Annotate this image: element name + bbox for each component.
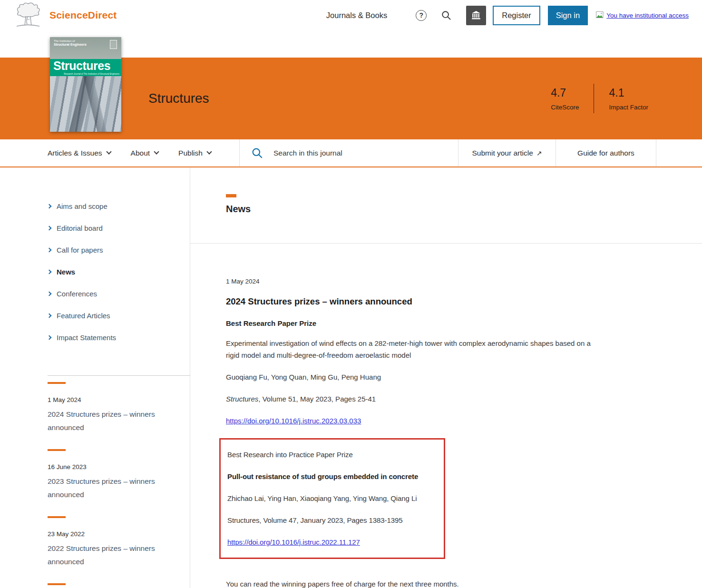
- chevron-down-icon: [106, 149, 111, 154]
- news-item-date: 1 May 2024: [48, 396, 190, 403]
- chevron-right-icon: [47, 335, 52, 340]
- submit-your-article-link[interactable]: Submit your article ↗: [458, 139, 556, 167]
- guide-for-authors-link[interactable]: Guide for authors: [556, 139, 656, 167]
- metrics-divider: [594, 84, 594, 113]
- nav-divider: [656, 139, 656, 167]
- elsevier-tree-logo: [14, 2, 42, 28]
- chevron-right-icon: [47, 269, 52, 274]
- institution-button[interactable]: [466, 6, 486, 25]
- chevron-down-icon: [206, 149, 212, 154]
- journals-books-link[interactable]: Journals & Books: [326, 11, 387, 20]
- chevron-down-icon: [154, 149, 159, 154]
- news-list-item[interactable]: 16 June 2023 2023 Structures prizes – wi…: [48, 449, 190, 501]
- highlighted-prize-box: Best Research into Practice Paper Prize …: [219, 438, 445, 559]
- chevron-right-icon: [47, 204, 52, 208]
- journal-search-input[interactable]: [273, 148, 429, 158]
- prize1-doi-link[interactable]: https://doi.org/10.1016/j.istruc.2023.03…: [226, 417, 361, 425]
- journal-search-box[interactable]: [240, 139, 458, 167]
- news-article: 1 May 2024 2024 Structures prizes – winn…: [190, 244, 702, 588]
- sidebar-news-list: 1 May 2024 2024 Structures prizes – winn…: [48, 375, 190, 585]
- sidebar-item-conferences[interactable]: Conferences: [0, 283, 190, 304]
- sciencedirect-logo[interactable]: ScienceDirect: [49, 10, 117, 21]
- prize2-source: Structures, Volume 47, January 2023, Pag…: [227, 514, 440, 526]
- page-title: News: [226, 204, 702, 215]
- chevron-right-icon: [47, 247, 52, 252]
- news-item-date: 23 May 2022: [48, 530, 190, 538]
- news-list-item[interactable]: 1 May 2024 2024 Structures prizes – winn…: [48, 382, 190, 434]
- cover-emblem-icon: [110, 40, 117, 49]
- news-item-title: 2023 Structures prizes – winners announc…: [48, 475, 166, 501]
- prize1-label: Best Research Paper Prize: [226, 319, 702, 327]
- impact-factor-value: 4.1: [609, 87, 648, 99]
- institutional-access-label: You have institutional access: [606, 12, 689, 19]
- help-icon: ?: [416, 10, 427, 21]
- search-icon: [251, 147, 263, 159]
- main-content: News 1 May 2024 2024 Structures prizes –…: [190, 167, 702, 588]
- journal-sidebar: Aims and scope Editorial board Call for …: [0, 167, 190, 588]
- chevron-right-icon: [47, 313, 52, 318]
- chevron-right-icon: [47, 291, 52, 296]
- external-link-arrow-icon: ↗: [536, 149, 542, 157]
- chevron-right-icon: [47, 225, 52, 230]
- orange-accent-bar: [48, 382, 66, 384]
- impact-factor-metric: 4.1 Impact Factor: [609, 87, 648, 111]
- journal-nav: Articles & Issues About Publish Submit y…: [0, 139, 702, 167]
- news-list-item[interactable]: 23 May 2022 2022 Structures prizes – win…: [48, 516, 190, 568]
- help-button[interactable]: ?: [416, 10, 427, 21]
- sidebar-item-featured-articles[interactable]: Featured Articles: [0, 304, 190, 326]
- orange-accent-dash: [226, 194, 236, 197]
- nav-articles-issues[interactable]: Articles & Issues: [48, 149, 111, 157]
- news-item-title: 2024 Structures prizes – winners announc…: [48, 408, 166, 434]
- cover-building-art: [50, 76, 121, 132]
- news-item-date: 16 June 2023: [48, 463, 190, 470]
- register-button[interactable]: Register: [493, 6, 540, 25]
- broken-image-icon: [596, 11, 605, 19]
- prize2-label: Best Research into Practice Paper Prize: [227, 449, 440, 461]
- prize2-authors: Zhichao Lai, Ying Han, Xiaoqiang Yang, Y…: [227, 492, 440, 504]
- search-icon: [441, 10, 452, 21]
- citescore-value: 4.7: [551, 87, 579, 99]
- sidebar-item-call-for-papers[interactable]: Call for papers: [0, 239, 190, 261]
- orange-accent-bar: [48, 449, 66, 451]
- prize1-authors: Guoqiang Fu, Yong Quan, Ming Gu, Peng Hu…: [226, 371, 602, 383]
- institutional-access-link[interactable]: You have institutional access: [596, 11, 689, 19]
- prize1-source: Structures, Volume 51, May 2023, Pages 2…: [226, 393, 602, 405]
- header-search-button[interactable]: [441, 10, 452, 21]
- journal-metrics: 4.7 CiteScore 4.1 Impact Factor: [551, 84, 648, 113]
- nav-publish[interactable]: Publish: [178, 149, 211, 157]
- news-item-title: 2022 Structures prizes – winners announc…: [48, 542, 166, 568]
- cover-title: Structures: [53, 59, 121, 72]
- nav-about[interactable]: About: [131, 149, 159, 157]
- journal-name-italic: Structures: [226, 395, 258, 403]
- article-date: 1 May 2024: [226, 278, 702, 285]
- sidebar-item-impact-statements[interactable]: Impact Statements: [0, 326, 190, 348]
- cover-subtitle: Research Journal of The Institution of S…: [64, 73, 119, 75]
- prize2-paper-title: Pull-out resistance of stud groups embed…: [227, 470, 440, 482]
- journal-cover-image: The Institution of Structural Engineers …: [50, 37, 121, 132]
- sidebar-item-news[interactable]: News: [0, 261, 190, 283]
- journal-title: Structures: [148, 91, 209, 106]
- news-section-header: News: [190, 167, 702, 244]
- institution-bank-icon: [470, 10, 482, 21]
- prize2-doi-link[interactable]: https://doi.org/10.1016/j.istruc.2022.11…: [227, 538, 360, 546]
- article-heading: 2024 Structures prizes – winners announc…: [226, 296, 702, 307]
- sidebar-item-editorial-board[interactable]: Editorial board: [0, 217, 190, 239]
- prize1-paper-title: Experimental investigation of wind effec…: [226, 337, 602, 361]
- orange-accent-bar: [48, 583, 66, 585]
- sign-in-button[interactable]: Sign in: [548, 6, 588, 25]
- free-access-note: You can read the winning papers free of …: [226, 578, 602, 588]
- sidebar-item-aims-and-scope[interactable]: Aims and scope: [0, 195, 190, 217]
- citescore-label: CiteScore: [551, 104, 579, 111]
- citescore-metric: 4.7 CiteScore: [551, 87, 579, 111]
- orange-accent-bar: [48, 516, 66, 518]
- impact-factor-label: Impact Factor: [609, 104, 648, 111]
